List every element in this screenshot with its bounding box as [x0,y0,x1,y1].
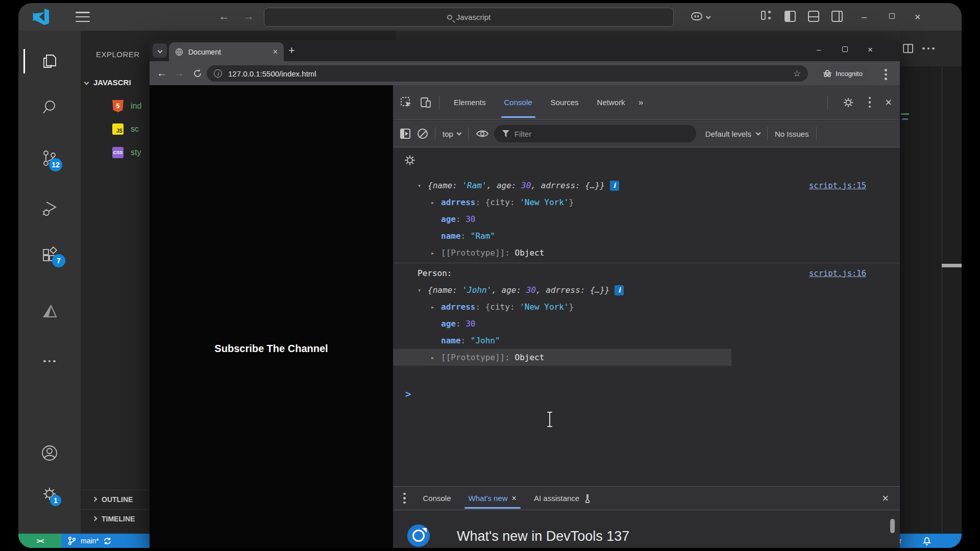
drawer-tab-console[interactable]: Console [423,487,451,510]
customize-layout-button[interactable] [761,11,772,22]
remote-indicator[interactable]: >< [18,534,61,548]
accounts-button[interactable] [18,439,81,467]
filter-placeholder: Filter [514,130,531,138]
sidebar-item-extensions[interactable]: 7 [18,241,81,269]
account-icon [40,444,59,462]
drawer-tab-whats-new[interactable]: What's new × [469,487,517,510]
toggle-sidebar-button[interactable] [785,11,796,22]
log-text: age: 30 [441,319,475,329]
device-toolbar-button[interactable] [420,96,432,109]
source-link[interactable]: script.js:16 [809,269,866,278]
sidebar-item-source-control[interactable]: 12 [18,144,81,172]
file-item-style[interactable]: CSS sty [112,147,141,158]
drawer-tab-ai-assistance[interactable]: AI assistance [534,487,592,510]
log-levels-dropdown[interactable]: Default levels [705,130,760,138]
sidebar-item-extension-prism[interactable] [18,298,81,327]
tab-search-button[interactable] [153,43,167,58]
expand-toggle-icon[interactable]: ▾ [418,287,428,294]
sync-icon[interactable] [103,537,112,545]
browser-back-button[interactable]: ← [157,67,167,79]
incognito-badge: Incognito [817,65,869,82]
settings-button[interactable]: 1 [18,480,81,508]
expand-toggle-icon[interactable]: ▸ [431,304,441,311]
console-log-list: ▾{name: 'Ram', age: 30, adrress: {…}}isc… [393,177,900,366]
console-prop-row: ▸adrress: {city: 'New York'} [393,194,900,211]
tab-title: Document [188,48,221,56]
inspect-element-button[interactable] [400,96,412,109]
browser-forward-button[interactable]: → [174,67,184,79]
expand-toggle-icon[interactable]: ▾ [418,182,428,189]
devtools-close-button[interactable]: × [885,97,892,108]
console-filter-input[interactable]: Filter [494,125,696,142]
toggle-panel-button[interactable] [808,11,819,22]
tab-close-icon[interactable]: × [273,47,278,57]
expand-toggle-icon[interactable]: ▸ [431,199,441,206]
vscode-activitybar: 12 7 [18,31,81,534]
devtools-settings-gear-icon[interactable] [842,96,854,109]
back-arrow-icon[interactable]: ← [218,9,230,23]
live-expression-eye-icon[interactable] [476,129,489,139]
tab-sources[interactable]: Sources [551,85,579,119]
address-bar[interactable]: i 127.0.0.1:5500/index.html ☆ [207,65,808,82]
info-badge[interactable]: i [610,181,619,191]
js-context-selector[interactable]: top [443,130,461,138]
browser-minimize-button[interactable]: – [817,45,821,54]
console-prompt-chevron[interactable]: > [405,388,411,399]
vscode-editor-area [900,31,962,534]
log-text: [[Prototype]]: Object [441,353,544,362]
tab-console[interactable]: Console [504,85,532,119]
console-log-row: ▾{name: 'John', age: 30, adrress: {…}}i [393,282,900,298]
browser-maximize-button[interactable] [842,46,848,52]
forward-arrow-icon[interactable]: → [243,9,254,23]
screen: ← → Javascript – × [18,3,962,548]
log-text: adrress: {city: 'New York'} [441,302,574,312]
sidebar-item-run-debug[interactable] [18,194,81,222]
console-settings-button[interactable] [403,154,416,169]
drawer-menu-icon[interactable] [403,493,406,504]
sidebar-item-search[interactable] [18,93,81,121]
bookmark-star-icon[interactable]: ☆ [793,68,801,79]
file-item-script[interactable]: JS sc [112,123,139,135]
drawer-close-button[interactable]: × [882,492,889,505]
close-button[interactable]: × [915,12,921,21]
search-value: Javascript [456,13,491,21]
browser-tab[interactable]: Document × [169,42,284,61]
restore-button[interactable] [889,13,895,19]
split-editor-icon[interactable] [903,44,913,53]
menu-icon[interactable] [76,12,90,22]
browser-close-button[interactable]: × [868,45,873,55]
toggle-secondary-sidebar-button[interactable] [831,11,843,22]
log-text: name: "John" [441,336,500,345]
editor-scrollbar-thumb[interactable] [942,264,962,267]
more-tabs-button[interactable]: » [639,97,643,108]
timeline-label: TIMELINE [102,515,135,523]
activitybar-more-button[interactable] [18,347,81,375]
reload-button[interactable] [192,68,203,79]
copilot-button[interactable] [690,10,710,22]
minimize-button[interactable]: – [862,12,867,21]
console-sidebar-toggle[interactable] [400,129,410,139]
expand-toggle-icon[interactable]: ▸ [431,249,441,257]
desktop: ← → Javascript – × [0,0,980,551]
devtools-menu-icon[interactable] [869,97,871,108]
issues-counter[interactable]: No Issues [775,130,809,138]
source-link[interactable]: script.js:15 [809,181,866,190]
branch-name[interactable]: main* [81,537,99,545]
bell-icon[interactable] [922,536,932,546]
file-item-index[interactable]: 5 ind [112,100,141,112]
drawer-scrollbar-thumb[interactable] [890,519,895,533]
tab-elements[interactable]: Elements [454,85,486,119]
new-tab-button[interactable]: + [288,44,295,57]
editor-tabbar [900,31,962,66]
folder-javascript[interactable]: JAVASCRI [85,78,131,87]
clear-console-button[interactable] [418,129,428,139]
drawer-tab-close-icon[interactable]: × [512,494,517,503]
info-badge[interactable]: i [615,285,624,295]
browser-menu-icon[interactable] [885,69,887,80]
tab-network[interactable]: Network [597,85,625,119]
expand-toggle-icon[interactable]: ▸ [431,354,441,361]
site-info-icon[interactable]: i [214,69,222,78]
command-search-box[interactable]: Javascript [264,8,674,27]
editor-more-icon[interactable] [922,47,935,50]
sidebar-item-explorer[interactable] [18,47,81,76]
